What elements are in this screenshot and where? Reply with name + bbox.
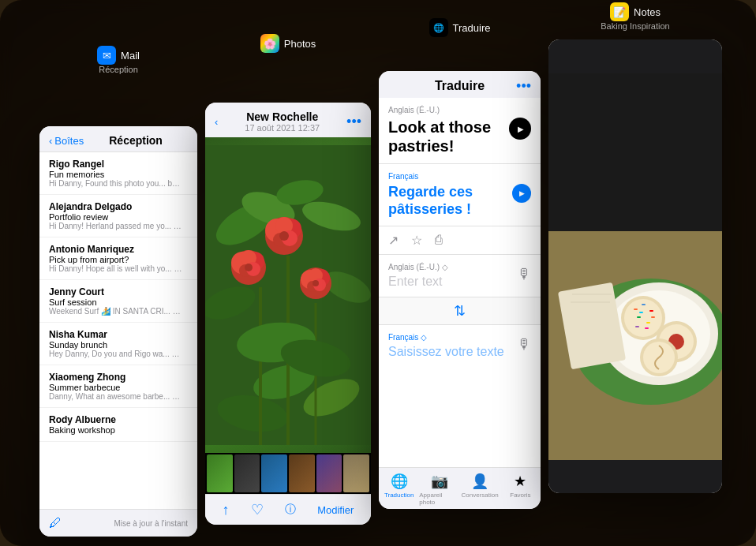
translate-tab-conversation[interactable]: 👤 Conversation — [460, 473, 500, 506]
translate-target: Français Regarde ces pâtisseries ! ▶ — [379, 164, 541, 226]
translate-options-icon[interactable]: ••• — [516, 78, 531, 95]
translate-french-mic-icon[interactable]: 🎙 — [517, 336, 531, 353]
traduction-label: Traduction — [384, 492, 414, 499]
svg-rect-50 — [651, 316, 655, 318]
mail-inbox-title: Réception — [109, 134, 163, 147]
svg-rect-46 — [649, 310, 653, 312]
svg-point-19 — [245, 264, 253, 271]
mail-item-6[interactable]: Xiaomeng Zhong Summer barbecue Danny, Wh… — [39, 365, 197, 408]
svg-rect-47 — [637, 316, 641, 318]
play-source-button[interactable]: ▶ — [509, 118, 531, 140]
svg-rect-49 — [635, 326, 639, 327]
photos-main-image — [205, 137, 371, 453]
expand-icon[interactable]: ↗ — [388, 233, 399, 248]
translate-source-lang: Anglais (É.-U.) — [388, 106, 531, 114]
notes-app-icon: 📝 — [610, 2, 629, 21]
camera-icon: 📷 — [431, 473, 448, 490]
mail-sender: Rigo Rangel — [49, 159, 188, 170]
thumb-4[interactable] — [289, 454, 315, 492]
svg-rect-52 — [645, 327, 649, 329]
photos-app-name: Photos — [284, 38, 316, 50]
mail-header: ‹ Boîtes Réception — [39, 126, 197, 152]
mail-preview: Weekend Surf 🏄 IN SANTA CRI... waves Chi… — [49, 307, 183, 316]
share-button[interactable]: ↑ — [223, 502, 230, 518]
photos-app-icon: 🌸 — [260, 34, 279, 53]
mail-app-label: ✉ Mail Réception — [39, 46, 197, 74]
conversation-icon: 👤 — [471, 473, 488, 490]
translate-card[interactable]: Traduire ••• Anglais (É.-U.) Look at tho… — [379, 71, 541, 509]
thumb-1[interactable] — [207, 454, 233, 492]
copy-icon[interactable]: ⎙ — [435, 233, 443, 248]
mail-sender: Nisha Kumar — [49, 329, 188, 340]
notes-card[interactable] — [548, 39, 722, 493]
mail-subject: Sunday brunch — [49, 340, 188, 350]
translate-french-placeholder[interactable]: Saisissez votre texte — [388, 345, 531, 359]
camera-label: Appareil photo — [419, 492, 459, 506]
translate-input-lang: Anglais (É.-U.) ◇ — [388, 263, 531, 271]
play-target-button[interactable]: ▶ — [512, 184, 531, 203]
mail-footer: 🖊 Mise à jour à l'instant — [39, 509, 197, 537]
translate-french-lang: Français ◇ — [388, 333, 531, 342]
photos-header: ‹ New Rochelle 17 août 2021 12:37 ••• — [205, 103, 371, 137]
mail-sender: Antonio Manriquez — [49, 244, 188, 255]
translate-source-text: Look at those pastries! — [388, 118, 509, 155]
mail-card[interactable]: ‹ Boîtes Réception Rigo Rangel Fun memor… — [39, 126, 197, 537]
mail-subject: Pick up from airport? — [49, 255, 188, 264]
svg-point-33 — [313, 280, 319, 286]
mail-preview: Hi Danny, Found this photo you... believ… — [49, 179, 183, 188]
translate-input-placeholder[interactable]: Enter text — [388, 275, 531, 289]
mail-item-3[interactable]: Antonio Manriquez Pick up from airport? … — [39, 237, 197, 280]
mail-back-button[interactable]: ‹ Boîtes — [49, 135, 84, 147]
compose-icon[interactable]: 🖊 — [49, 516, 62, 530]
photos-location: New Rochelle — [218, 110, 346, 123]
mail-item-7[interactable]: Rody Albuerne Baking workshop — [39, 408, 197, 442]
photos-toolbar: ↑ ♡ ⓘ Modifier — [205, 494, 371, 525]
translate-input-section: Anglais (É.-U.) ◇ Enter text 🎙 — [379, 255, 541, 297]
mail-app-subtitle: Réception — [99, 65, 138, 74]
thumb-3[interactable] — [261, 454, 287, 492]
translate-bottom-tabs: 🌐 Traduction 📷 Appareil photo 👤 Conversa… — [379, 467, 541, 509]
translate-swap[interactable]: ⇅ — [379, 297, 541, 325]
translate-tab-favorites[interactable]: ★ Favoris — [500, 473, 541, 506]
mail-sender: Alejandra Delgado — [49, 201, 188, 212]
translate-app-name: Traduire — [453, 22, 491, 34]
translate-french-section: Français ◇ Saisissez votre texte 🎙 — [379, 325, 541, 467]
apps-container: ✉ Mail Réception ‹ Boîtes Réception — [39, 47, 740, 530]
star-icon[interactable]: ☆ — [411, 233, 422, 248]
mail-subject: Surf session — [49, 297, 188, 307]
translate-target-lang: Français — [388, 172, 531, 181]
mail-app-icon: ✉ — [97, 46, 116, 65]
photos-date: 17 août 2021 12:37 — [218, 123, 346, 133]
svg-rect-44 — [634, 309, 638, 310]
translate-tab-camera[interactable]: 📷 Appareil photo — [419, 473, 459, 506]
mail-sender: Jenny Court — [49, 286, 188, 297]
favorites-icon: ★ — [514, 473, 526, 490]
thumb-5[interactable] — [316, 454, 342, 492]
photos-card[interactable]: ‹ New Rochelle 17 août 2021 12:37 ••• — [205, 103, 371, 525]
mail-subject: Baking workshop — [49, 425, 188, 435]
translate-mic-icon[interactable]: 🎙 — [517, 266, 531, 282]
favorite-button[interactable]: ♡ — [251, 501, 264, 518]
mail-app-name: Mail — [121, 50, 140, 62]
mail-preview: Hey Danny, Do you and Rigo wa... brunch … — [49, 350, 183, 358]
translate-app-label: 🌐 Traduire — [379, 18, 541, 37]
translate-target-text: Regarde ces pâtisseries ! — [388, 184, 512, 218]
edit-button[interactable]: Modifier — [317, 504, 354, 516]
translate-tab-traduction[interactable]: 🌐 Traduction — [379, 473, 419, 506]
mail-item-2[interactable]: Alejandra Delgado Portfolio review Hi Da… — [39, 195, 197, 237]
mail-item-1[interactable]: Rigo Rangel Fun memories Hi Danny, Found… — [39, 152, 197, 195]
mail-item-4[interactable]: Jenny Court Surf session Weekend Surf 🏄 … — [39, 280, 197, 323]
notes-content — [548, 39, 722, 493]
svg-rect-48 — [646, 322, 650, 323]
translate-header: Traduire ••• — [379, 71, 541, 98]
translate-actions: ↗ ☆ ⎙ — [379, 226, 541, 255]
info-button[interactable]: ⓘ — [285, 503, 296, 517]
mail-item-5[interactable]: Nisha Kumar Sunday brunch Hey Danny, Do … — [39, 323, 197, 365]
photos-app-label: 🌸 Photos — [205, 34, 371, 53]
favorites-label: Favoris — [510, 492, 530, 499]
photos-options-icon[interactable]: ••• — [346, 114, 361, 130]
thumb-2[interactable] — [234, 454, 260, 492]
thumb-6[interactable] — [343, 454, 369, 492]
mail-subject: Summer barbecue — [49, 383, 188, 392]
conversation-label: Conversation — [462, 492, 499, 499]
